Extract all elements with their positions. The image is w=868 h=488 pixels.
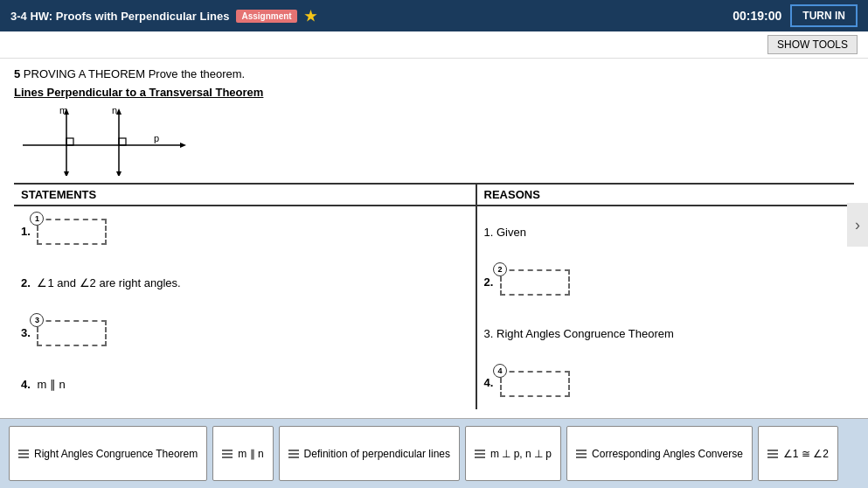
drag-handle-icon [475,450,485,458]
row-4-reason-label: 4. [484,376,494,389]
statements-header: STATEMENTS [14,184,476,206]
theorem-title: Lines Perpendicular to a Transversal The… [14,86,854,99]
row-4-reason-box[interactable]: 4 [500,371,570,397]
top-bar-left: 3-4 HW: Proofs with Perpendicular Lines … [10,8,316,24]
row-3-reason: 3. Right Angles Congruence Theorem [484,327,674,340]
problem-header: 5 PROVING A THEOREM Prove the theorem. [14,67,854,80]
row-3-statement-box[interactable]: 3 [37,320,107,346]
row-2-statement-text: ∠1 and ∠2 are right angles. [37,276,180,289]
diagram: m n p [14,106,189,176]
drag-handle-icon [222,450,233,458]
drag-handle-icon [767,450,778,458]
row-1-reason: 1. Given [484,226,526,239]
proof-table: STATEMENTS REASONS 1. 1 1. Given [14,183,854,409]
tile-m-parallel-n[interactable]: m ∥ n [212,426,273,481]
top-bar: 3-4 HW: Proofs with Perpendicular Lines … [0,0,868,31]
svg-text:n: n [112,106,117,115]
tile-label: m ⊥ p, n ⊥ p [490,448,552,460]
svg-marker-4 [64,171,69,176]
drag-handle-icon [576,450,587,458]
turn-in-button[interactable]: TURN IN [790,4,858,27]
secondary-toolbar: SHOW TOOLS [0,31,868,59]
tile-label: ∠1 ≅ ∠2 [783,448,829,460]
row-4-label: 4. [21,378,31,391]
svg-marker-1 [180,143,186,148]
next-arrow[interactable]: › [847,203,868,247]
drag-handle-icon [288,450,299,458]
table-row: 3. 3 3. Right Angles Congruence Theorem [14,308,854,359]
row-2-label: 2. [21,276,31,289]
theorem-diagram: m n p [14,106,189,176]
tile-corresponding-angles-converse[interactable]: Corresponding Angles Converse [566,426,753,481]
tile-definition-perpendicular[interactable]: Definition of perpendicular lines [279,426,460,481]
timer: 00:19:00 [733,9,781,23]
tile-label: Corresponding Angles Converse [592,448,743,460]
tile-right-angles-congruence[interactable]: Right Angles Congruence Theorem [9,426,207,481]
tile-label: m ∥ n [238,448,263,460]
reasons-header: REASONS [476,184,854,206]
svg-text:m: m [59,106,67,115]
tile-label: Right Angles Congruence Theorem [34,448,198,460]
row-1-statement-box[interactable]: 1 [37,219,107,245]
tile-m-perp-p-n-perp-p[interactable]: m ⊥ p, n ⊥ p [465,426,561,481]
problem-number: 5 [14,67,24,80]
svg-rect-8 [66,138,73,145]
show-tools-button[interactable]: SHOW TOOLS [767,35,858,54]
svg-marker-7 [116,171,122,176]
row-3-label: 3. [21,326,31,339]
tile-angle1-congruent-angle2[interactable]: ∠1 ≅ ∠2 [758,426,838,481]
page-title: 3-4 HW: Proofs with Perpendicular Lines [10,10,229,23]
row-1-label: 1. [21,225,31,238]
row-2-reason-label: 2. [484,275,494,289]
svg-text:p: p [154,133,159,143]
proof-area: 5 PROVING A THEOREM Prove the theorem. L… [0,59,868,418]
drag-handle-icon [18,450,29,458]
assignment-badge: Assignment [236,10,296,23]
main-content: SHOW TOOLS 5 PROVING A THEOREM Prove the… [0,31,868,418]
row-4-statement-text: m ∥ n [37,378,65,391]
tile-label: Definition of perpendicular lines [304,448,450,460]
problem-instruction: PROVING A THEOREM Prove the theorem. [24,67,245,80]
top-bar-right: 00:19:00 TURN IN [733,4,858,27]
star-icon[interactable]: ★ [304,8,316,24]
row-2-reason-box[interactable]: 2 [500,269,570,296]
svg-rect-9 [119,138,126,145]
table-row: 1. 1 1. Given [14,206,854,257]
table-row: 2. ∠1 and ∠2 are right angles. 2. 2 [14,257,854,308]
drag-tray: Right Angles Congruence Theorem m ∥ n De… [0,418,868,488]
table-row: 4. m ∥ n 4. 4 [14,359,854,409]
